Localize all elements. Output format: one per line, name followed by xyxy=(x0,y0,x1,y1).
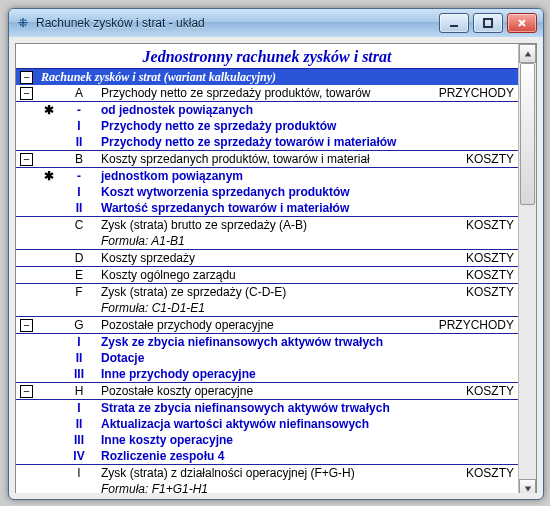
tree-row[interactable]: IIDotacje xyxy=(16,350,518,366)
vertical-scrollbar[interactable] xyxy=(518,44,536,493)
tree-row-label: Formuła: A1-B1 xyxy=(97,233,518,250)
tree-row-label: Strata ze zbycia niefinansowych aktywów … xyxy=(97,400,518,417)
tree-row-label: Rozliczenie zespołu 4 xyxy=(97,448,518,465)
tree-row-label: Zysk (strata) z działalności operacyjnej… xyxy=(97,465,420,482)
tree-row-label: od jednostek powiązanych xyxy=(97,102,518,119)
tree-row[interactable]: IStrata ze zbycia niefinansowych aktywów… xyxy=(16,400,518,417)
collapse-icon[interactable]: − xyxy=(20,71,33,84)
tree-row[interactable]: I Zysk (strata) z działalności operacyjn… xyxy=(16,465,518,482)
tree-row[interactable]: II Przychody netto ze sprzedaży towarów … xyxy=(16,134,518,151)
scrollbar-thumb[interactable] xyxy=(520,63,535,205)
tree-row-label: Rachunek zysków i strat (wariant kalkula… xyxy=(37,69,518,85)
tree-row[interactable]: II Wartość sprzedanych towarów i materia… xyxy=(16,200,518,217)
tree-row[interactable]: I Przychody netto ze sprzedaży produktów xyxy=(16,118,518,134)
tree-row-type: KOSZTY xyxy=(420,217,518,234)
tree-row-label: Pozostałe koszty operacyjne xyxy=(97,383,420,400)
tree-row[interactable]: ✱ - jednostkom powiązanym xyxy=(16,168,518,185)
titlebar[interactable]: ⁜ Rachunek zysków i strat - układ xyxy=(9,9,543,37)
scrollbar-track[interactable] xyxy=(519,63,536,479)
tree-row-label: Inne przychody operacyjne xyxy=(97,366,518,383)
close-button[interactable] xyxy=(507,13,537,33)
tree-row[interactable]: I Koszt wytworzenia sprzedanych produktó… xyxy=(16,184,518,200)
tree-row-label: Zysk ze zbycia niefinansowych aktywów tr… xyxy=(97,334,518,351)
tree-row-label: Wartość sprzedanych towarów i materiałów xyxy=(97,200,518,217)
tree-row[interactable]: IIAktualizacja wartości aktywów niefinan… xyxy=(16,416,518,432)
tree-row-type: KOSZTY xyxy=(420,151,518,168)
tree-row-label: Koszty sprzedanych produktów, towarów i … xyxy=(97,151,420,168)
window-title: Rachunek zysków i strat - układ xyxy=(36,16,205,30)
tree-row-type: KOSZTY xyxy=(420,284,518,301)
tree-row-type: PRZYCHODY xyxy=(420,85,518,102)
tree-row-type: KOSZTY xyxy=(420,383,518,400)
client-area: Jednostronny rachunek zysków i strat − R… xyxy=(15,43,537,493)
page-title: Jednostronny rachunek zysków i strat xyxy=(16,44,518,69)
minimize-button[interactable] xyxy=(439,13,469,33)
tree-row[interactable]: IVRozliczenie zespołu 4 xyxy=(16,448,518,465)
tree-row[interactable]: IZysk ze zbycia niefinansowych aktywów t… xyxy=(16,334,518,351)
report-tree: − Rachunek zysków i strat (wariant kalku… xyxy=(16,69,518,493)
tree-row[interactable]: − H Pozostałe koszty operacyjne KOSZTY xyxy=(16,383,518,400)
tree-row-label: Koszt wytworzenia sprzedanych produktów xyxy=(97,184,518,200)
tree-row-label: Przychody netto ze sprzedaży produktów xyxy=(97,118,518,134)
collapse-icon[interactable]: − xyxy=(20,153,33,166)
tree-row-label: Przychody netto ze sprzedaży towarów i m… xyxy=(97,134,518,151)
tree-row-label: Formuła: C1-D1-E1 xyxy=(97,300,518,317)
tree-row[interactable]: IIIInne koszty operacyjne xyxy=(16,432,518,448)
tree-row-type: KOSZTY xyxy=(420,465,518,482)
tree-row-type: KOSZTY xyxy=(420,250,518,267)
tree-row[interactable]: C Zysk (strata) brutto ze sprzedaży (A-B… xyxy=(16,217,518,234)
tree-row[interactable]: D Koszty sprzedaży KOSZTY xyxy=(16,250,518,267)
tree-row-label: Zysk (strata) ze sprzedaży (C-D-E) xyxy=(97,284,420,301)
tree-row[interactable]: E Koszty ogólnego zarządu KOSZTY xyxy=(16,267,518,284)
tree-row-label: Inne koszty operacyjne xyxy=(97,432,518,448)
svg-rect-0 xyxy=(450,25,458,27)
tree-row-formula[interactable]: Formuła: A1-B1 xyxy=(16,233,518,250)
tree-row[interactable]: − B Koszty sprzedanych produktów, towaró… xyxy=(16,151,518,168)
tree-row-formula[interactable]: Formuła: C1-D1-E1 xyxy=(16,300,518,317)
window: ⁜ Rachunek zysków i strat - układ Jednos… xyxy=(8,8,544,500)
tree-row-label: jednostkom powiązanym xyxy=(97,168,518,185)
star-icon: ✱ xyxy=(37,102,61,119)
svg-rect-1 xyxy=(484,19,492,27)
tree-row-type: KOSZTY xyxy=(420,267,518,284)
tree-row-label: Dotacje xyxy=(97,350,518,366)
tree-row-label: Aktualizacja wartości aktywów niefinanso… xyxy=(97,416,518,432)
tree-row[interactable]: − A Przychody netto ze sprzedaży produkt… xyxy=(16,85,518,102)
tree-row-label: Zysk (strata) brutto ze sprzedaży (A-B) xyxy=(97,217,420,234)
tree-row-label: Koszty ogólnego zarządu xyxy=(97,267,420,284)
scroll-up-button[interactable] xyxy=(519,44,536,63)
tree-row[interactable]: − G Pozostałe przychody operacyjne PRZYC… xyxy=(16,317,518,334)
collapse-icon[interactable]: − xyxy=(20,385,33,398)
tree-row-label: Przychody netto ze sprzedaży produktów, … xyxy=(97,85,420,102)
star-icon: ✱ xyxy=(37,168,61,185)
tree-row-formula[interactable]: Formuła: F1+G1-H1 xyxy=(16,481,518,493)
maximize-button[interactable] xyxy=(473,13,503,33)
collapse-icon[interactable]: − xyxy=(20,319,33,332)
tree-row-label: Pozostałe przychody operacyjne xyxy=(97,317,420,334)
tree-row[interactable]: IIIInne przychody operacyjne xyxy=(16,366,518,383)
tree-row[interactable]: ✱ - od jednostek powiązanych xyxy=(16,102,518,119)
tree-row-selected[interactable]: − Rachunek zysków i strat (wariant kalku… xyxy=(16,69,518,85)
scroll-down-button[interactable] xyxy=(519,479,536,493)
collapse-icon[interactable]: − xyxy=(20,87,33,100)
tree-row-label: Formuła: F1+G1-H1 xyxy=(97,481,518,493)
tree-panel: Jednostronny rachunek zysków i strat − R… xyxy=(15,43,537,493)
tree-row[interactable]: F Zysk (strata) ze sprzedaży (C-D-E) KOS… xyxy=(16,284,518,301)
tree-row-type: PRZYCHODY xyxy=(420,317,518,334)
tree-row-label: Koszty sprzedaży xyxy=(97,250,420,267)
app-icon: ⁜ xyxy=(15,15,31,31)
